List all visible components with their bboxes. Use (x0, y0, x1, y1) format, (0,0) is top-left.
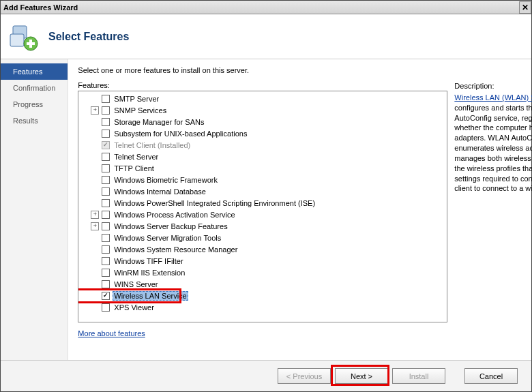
feature-row[interactable]: Windows Biometric Framework (81, 174, 447, 185)
svg-rect-1 (10, 34, 24, 46)
wizard-footer: < Previous Next > Install Cancel (1, 360, 531, 391)
feature-row[interactable]: Telnet Server (81, 151, 447, 162)
expander-icon[interactable]: + (91, 211, 99, 219)
feature-row[interactable]: Windows PowerShell Integrated Scripting … (81, 197, 447, 209)
description-text: Wireless LAN (WLAN) Service configures a… (454, 93, 532, 194)
feature-checkbox[interactable] (102, 176, 110, 184)
feature-label[interactable]: Subsystem for UNIX-based Applications (113, 130, 248, 138)
previous-button[interactable]: < Previous (278, 368, 331, 384)
feature-row[interactable]: +Windows Process Activation Service (81, 209, 447, 220)
feature-row[interactable]: Subsystem for UNIX-based Applications (81, 127, 447, 139)
description-column: Description: Wireless LAN (WLAN) Service… (454, 81, 532, 355)
feature-label[interactable]: WinRM IIS Extension (113, 269, 186, 277)
feature-row[interactable]: TFTP Client (81, 162, 447, 174)
wizard-window: Add Features Wizard ✕ Select Features Fe… (0, 0, 532, 392)
feature-checkbox[interactable] (102, 280, 110, 288)
feature-label[interactable]: Windows Server Migration Tools (113, 234, 222, 242)
step-results[interactable]: Results (1, 112, 68, 129)
feature-checkbox[interactable] (102, 234, 110, 242)
features-tree[interactable]: SMTP Server+SNMP ServicesStorage Manager… (78, 91, 447, 322)
wizard-icon (9, 22, 39, 52)
description-body: configures and starts the WLAN AutoConfi… (454, 104, 532, 193)
svg-rect-4 (27, 42, 35, 45)
more-about-features: More about features (78, 329, 447, 337)
next-button[interactable]: Next > (335, 368, 388, 384)
feature-checkbox[interactable] (102, 187, 110, 196)
feature-checkbox[interactable] (102, 118, 110, 126)
feature-row[interactable]: Windows System Resource Manager (81, 243, 447, 255)
feature-row[interactable]: XPS Viewer (81, 301, 447, 313)
feature-checkbox[interactable] (102, 153, 110, 161)
feature-label[interactable]: Telnet Server (113, 153, 160, 161)
wizard-body: FeaturesConfirmationProgressResults Sele… (1, 59, 531, 360)
feature-row[interactable]: Telnet Client (Installed) (81, 139, 447, 151)
features-label: Features: (78, 81, 447, 89)
feature-label[interactable]: SMTP Server (113, 95, 160, 103)
description-link[interactable]: Wireless LAN (WLAN) Service (454, 93, 532, 102)
feature-row[interactable]: Storage Manager for SANs (81, 116, 447, 127)
feature-row[interactable]: Windows TIFF IFilter (81, 255, 447, 267)
feature-checkbox[interactable] (102, 199, 110, 207)
more-about-features-link[interactable]: More about features (78, 329, 145, 337)
feature-label[interactable]: Windows Biometric Framework (113, 176, 219, 184)
feature-row[interactable]: Windows Server Migration Tools (81, 232, 447, 243)
feature-checkbox[interactable] (102, 164, 110, 172)
close-icon: ✕ (522, 3, 529, 12)
step-features[interactable]: Features (1, 63, 68, 80)
feature-checkbox[interactable] (102, 257, 110, 265)
cancel-button[interactable]: Cancel (464, 368, 518, 384)
step-progress[interactable]: Progress (1, 96, 68, 112)
expander-icon[interactable]: + (91, 222, 99, 230)
feature-label[interactable]: Windows Internal Database (113, 187, 207, 196)
feature-label[interactable]: Windows Process Activation Service (113, 211, 236, 219)
feature-row[interactable]: Windows Internal Database (81, 185, 447, 197)
feature-checkbox[interactable] (102, 303, 110, 312)
feature-checkbox[interactable] (102, 106, 110, 115)
feature-checkbox[interactable] (102, 269, 110, 277)
main-panel: Select one or more features to install o… (68, 59, 532, 360)
window-title: Add Features Wizard (3, 3, 519, 12)
feature-checkbox[interactable] (102, 245, 110, 254)
titlebar: Add Features Wizard ✕ (1, 1, 531, 14)
page-header: Select Features (1, 14, 531, 59)
content-columns: Features: SMTP Server+SNMP ServicesStora… (78, 81, 532, 355)
feature-label[interactable]: Windows TIFF IFilter (113, 257, 184, 265)
feature-label[interactable]: Windows Server Backup Features (113, 222, 228, 230)
feature-checkbox[interactable] (102, 95, 110, 103)
feature-checkbox[interactable] (102, 222, 110, 230)
feature-label[interactable]: XPS Viewer (113, 303, 156, 312)
page-title: Select Features (48, 31, 129, 43)
feature-label[interactable]: TFTP Client (113, 164, 155, 172)
feature-label[interactable]: Telnet Client (Installed) (113, 141, 192, 149)
feature-label[interactable]: Wireless LAN Service (113, 291, 188, 301)
feature-checkbox[interactable] (102, 130, 110, 138)
feature-label[interactable]: Windows System Resource Manager (113, 245, 239, 254)
feature-checkbox[interactable] (102, 292, 110, 300)
feature-row[interactable]: WINS Server (81, 278, 447, 290)
feature-checkbox (102, 141, 110, 149)
feature-label[interactable]: Windows PowerShell Integrated Scripting … (113, 199, 316, 207)
feature-row[interactable]: +SNMP Services (81, 104, 447, 116)
feature-row[interactable]: WinRM IIS Extension (81, 267, 447, 278)
feature-label[interactable]: SNMP Services (113, 106, 168, 115)
steps-sidebar: FeaturesConfirmationProgressResults (1, 59, 68, 360)
close-button[interactable]: ✕ (519, 1, 531, 14)
feature-label[interactable]: WINS Server (113, 280, 159, 288)
instruction-text: Select one or more features to install o… (78, 66, 532, 74)
expander-icon[interactable]: + (91, 106, 99, 115)
feature-row[interactable]: +Windows Server Backup Features (81, 220, 447, 232)
features-column: Features: SMTP Server+SNMP ServicesStora… (78, 81, 447, 355)
step-confirmation[interactable]: Confirmation (1, 80, 68, 96)
feature-row[interactable]: SMTP Server (81, 93, 447, 104)
feature-checkbox[interactable] (102, 211, 110, 219)
feature-label[interactable]: Storage Manager for SANs (113, 118, 205, 126)
feature-row[interactable]: Wireless LAN Service (81, 290, 447, 301)
install-button[interactable]: Install (392, 368, 445, 384)
description-label: Description: (454, 81, 532, 91)
